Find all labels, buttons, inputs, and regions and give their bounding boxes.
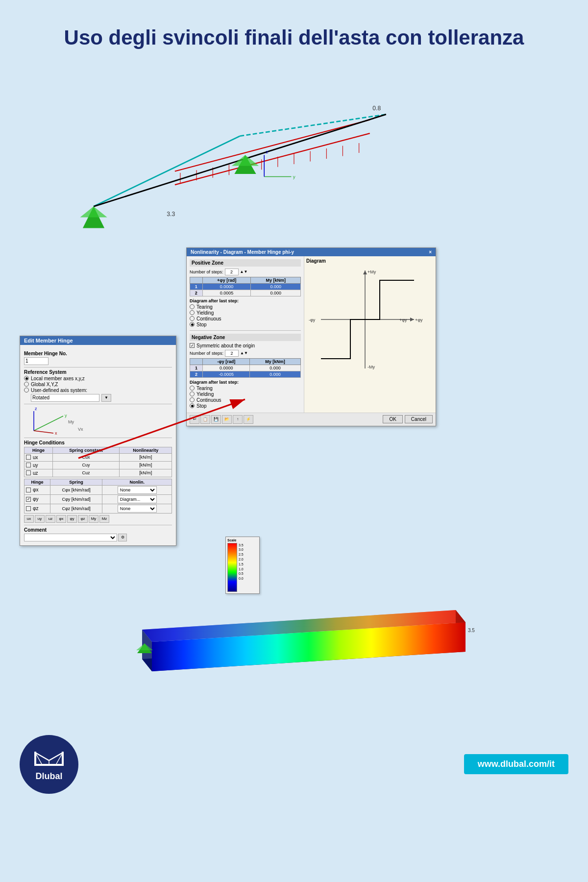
neg-opt-continuous[interactable]: Continuous xyxy=(190,397,301,403)
symmetric-row: Symmetric about the origin xyxy=(190,343,301,348)
nonlin-body: Positive Zone Number of steps: ▲▼ +φy [r… xyxy=(187,256,436,413)
diagram-after-label-neg: Diagram after last step: xyxy=(190,380,301,385)
dlubal-text: Dlubal xyxy=(35,771,62,782)
website-badge[interactable]: www.dlubal.com/it xyxy=(464,754,568,774)
svg-line-31 xyxy=(34,431,53,433)
tb-uz-btn[interactable]: uz xyxy=(46,515,55,523)
tb-phiy-btn[interactable]: φy xyxy=(67,515,77,523)
ref-radio-1[interactable] xyxy=(24,382,29,387)
foot-icon-4[interactable]: 📂 xyxy=(222,415,232,424)
uy-checkbox[interactable] xyxy=(26,463,31,467)
foot-icon-5[interactable]: ↑ xyxy=(233,415,243,424)
svg-rect-60 xyxy=(34,764,64,766)
positive-zone-title: Positive Zone xyxy=(190,259,301,267)
scale-values: 3.5 3.0 2.5 2.0 1.5 1.0 0.5 0.0 xyxy=(239,543,244,592)
svg-text:z: z xyxy=(35,406,37,411)
foot-icon-6[interactable]: ⚡ xyxy=(244,415,253,424)
table-row[interactable]: 2 0.0005 0.000 xyxy=(190,290,301,296)
panels-row: Edit Member Hinge Member Hinge No. Refer… xyxy=(0,238,588,522)
ux-checkbox[interactable] xyxy=(26,455,31,460)
steps-spinners-pos[interactable]: ▲▼ xyxy=(240,270,248,274)
tb-phix-btn[interactable]: φx xyxy=(56,515,66,523)
neg-opt-yielding[interactable]: Yielding xyxy=(190,392,301,397)
phix-checkbox[interactable] xyxy=(26,488,31,492)
ref-option-2[interactable]: User-defined axis system: xyxy=(24,388,172,393)
svg-line-29 xyxy=(34,416,63,431)
neg-opt-stop[interactable]: Stop xyxy=(190,403,301,409)
col-my-pos: My [kNm] xyxy=(251,277,301,283)
beam-3d-svg: 3.5 xyxy=(103,576,485,674)
tb-my-btn[interactable]: My xyxy=(89,515,98,523)
table-row: φx Cφx [kNm/rad] None xyxy=(24,485,172,494)
pos-opt-continuous[interactable]: Continuous xyxy=(190,316,301,321)
phiz-nonlin-select[interactable]: None xyxy=(118,505,157,513)
rotation-hinge-table: Hinge Spring Nonlin. φx Cφx [kNm/rad] No… xyxy=(24,479,172,514)
symmetric-label: Symmetric about the origin xyxy=(196,343,255,348)
ref-label-0: Local member axes x,y,z xyxy=(31,376,85,381)
uz-checkbox[interactable] xyxy=(26,470,31,475)
phiy-checkbox[interactable] xyxy=(26,497,31,502)
scale-display: 3.5 3.0 2.5 2.0 1.5 1.0 0.5 0.0 xyxy=(227,543,258,592)
spring-col-header: Spring constant xyxy=(52,447,119,453)
svg-text:+My: +My xyxy=(368,270,376,274)
diagram-title: Diagram xyxy=(306,258,434,264)
pos-opt-yielding[interactable]: Yielding xyxy=(190,310,301,316)
scale-title: Scale xyxy=(227,539,258,542)
pos-opt-tearing[interactable]: Tearing xyxy=(190,304,301,310)
phiz-checkbox[interactable] xyxy=(26,506,31,511)
ref-radio-2[interactable] xyxy=(24,388,29,392)
member-hinge-title: Edit Member Hinge xyxy=(20,336,176,345)
svg-text:z: z xyxy=(266,149,269,154)
phiy-nonlin-select[interactable]: Diagram... xyxy=(118,495,157,503)
steps-input-pos[interactable] xyxy=(225,269,239,275)
table-row: φz Cφz [kNm/rad] None xyxy=(24,504,172,513)
table-row[interactable]: 1 0.0000 0.000 xyxy=(190,283,301,290)
negative-data-table: -φy [rad] My [kNm] 1 0.0000 0.000 2 -0.0… xyxy=(190,358,301,378)
svg-marker-22 xyxy=(80,206,107,217)
tb-ux-btn[interactable]: ux xyxy=(24,515,34,523)
foot-icon-3[interactable]: 💾 xyxy=(211,415,221,424)
pos-opt-stop[interactable]: Stop xyxy=(190,322,301,327)
nonlin-title-bar: Nonlinearity - Diagram - Member Hinge ph… xyxy=(187,248,436,256)
diagram-after-label-pos: Diagram after last step: xyxy=(190,298,301,303)
reference-system-group: Local member axes x,y,z Global X,Y,Z Use… xyxy=(24,376,172,402)
member-hinge-no-input[interactable] xyxy=(24,357,49,365)
table-row[interactable]: 1 0.0000 0.000 xyxy=(190,365,301,371)
svg-marker-24 xyxy=(232,155,259,166)
nonlin-footer: ↩ 📋 💾 📂 ↑ ⚡ OK Cancel xyxy=(187,413,436,426)
table-row: ux Cux [kN/m] xyxy=(24,453,172,461)
ok-button[interactable]: OK xyxy=(383,415,402,423)
svg-text:My: My xyxy=(68,419,74,424)
axes-display: y z x My Vx xyxy=(24,406,172,436)
tb-mz-btn[interactable]: Mz xyxy=(99,515,109,523)
svg-text:y: y xyxy=(293,173,295,179)
tb-uy-btn[interactable]: uy xyxy=(35,515,45,523)
steps-spinners-neg[interactable]: ▲▼ xyxy=(240,351,248,355)
nonlin-title: Nonlinearity - Diagram - Member Hinge ph… xyxy=(191,249,294,255)
nonlin-close-btn[interactable]: × xyxy=(429,249,432,255)
tb-phiz-btn[interactable]: φz xyxy=(78,515,88,523)
symmetric-checkbox[interactable] xyxy=(190,343,195,348)
phix-nonlin-select[interactable]: None xyxy=(118,486,157,494)
foot-icon-2[interactable]: 📋 xyxy=(200,415,210,424)
rotated-input[interactable] xyxy=(31,394,99,402)
foot-icon-1[interactable]: ↩ xyxy=(190,415,199,424)
footer-buttons: OK Cancel xyxy=(383,415,433,423)
footer-icons: ↩ 📋 💾 📂 ↑ ⚡ xyxy=(190,415,253,424)
rotated-browse-btn[interactable]: ▼ xyxy=(101,394,111,402)
cancel-button[interactable]: Cancel xyxy=(405,415,433,423)
nonlin-left: Positive Zone Number of steps: ▲▼ +φy [r… xyxy=(187,256,304,413)
positive-data-table: +φy [rad] My [kNm] 1 0.0000 0.000 2 0.00… xyxy=(190,277,301,296)
dlubal-logo-icon xyxy=(32,747,66,771)
diagram-svg: +φy +φy +My -My -φy xyxy=(306,266,424,373)
table-row: φy Cφy [kNm/rad] Diagram... xyxy=(24,494,172,504)
steps-label-neg: Number of xyxy=(190,351,210,356)
table-row[interactable]: 2 -0.0005 0.000 xyxy=(190,371,301,377)
svg-text:-φy: -φy xyxy=(309,318,316,322)
ref-radio-0[interactable] xyxy=(24,376,29,381)
ref-option-1[interactable]: Global X,Y,Z xyxy=(24,382,172,387)
neg-opt-tearing[interactable]: Tearing xyxy=(190,386,301,391)
svg-line-4 xyxy=(175,133,370,185)
ref-option-0[interactable]: Local member axes x,y,z xyxy=(24,376,172,381)
steps-input-neg[interactable] xyxy=(225,350,239,357)
